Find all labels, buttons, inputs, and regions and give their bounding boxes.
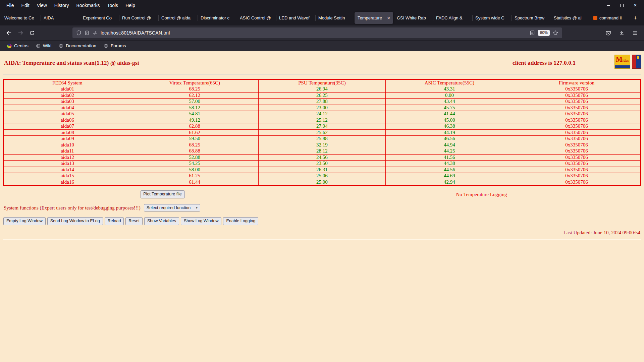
bookmark-item[interactable]: Documentation: [56, 42, 99, 49]
cell-virtex-temp: 57.00: [131, 99, 258, 105]
tab-label: LED and Wavef: [279, 15, 312, 20]
menu-item[interactable]: History: [51, 1, 73, 9]
url-bar[interactable]: localhost:8015/AIDA/TSCAN.tml 80%: [72, 27, 562, 38]
cell-asic-temp: 45.75: [386, 105, 513, 111]
action-button[interactable]: Enable Logging: [223, 217, 258, 225]
action-button[interactable]: Empty Log Window: [3, 217, 46, 225]
tab-label: Run Control @: [122, 15, 155, 20]
action-button[interactable]: Reload: [105, 217, 124, 225]
tab[interactable]: LED and Wavef: [276, 12, 315, 24]
tab-strip: Welcome to Ce AIDA Experiment Co Run Con…: [1, 10, 629, 25]
downloads-icon[interactable]: [616, 27, 627, 38]
maximize-button[interactable]: [619, 3, 625, 8]
menu-item[interactable]: Tools: [103, 1, 122, 9]
table-row: aida08 61.62 25.62 44.19 0x3350706: [4, 129, 641, 136]
action-button[interactable]: Send Log Window to ELog: [47, 217, 103, 225]
new-tab-button[interactable]: +: [630, 13, 641, 23]
cell-virtex-temp: 58.12: [131, 105, 258, 111]
tab[interactable]: Run Control @: [119, 12, 158, 24]
pocket-icon[interactable]: [602, 27, 614, 38]
tab[interactable]: command li: [590, 12, 629, 24]
gsi-logo-right: [636, 55, 641, 68]
cell-system: aida11: [4, 148, 131, 155]
bookmark-star-icon[interactable]: [553, 30, 558, 36]
cell-firmware: 0x3350706: [513, 105, 641, 111]
cell-system: aida14: [4, 167, 131, 173]
cell-system: aida07: [4, 123, 131, 130]
cell-firmware: 0x3350706: [513, 92, 641, 99]
cell-system: aida08: [4, 129, 131, 136]
tab[interactable]: Welcome to Ce: [1, 12, 40, 24]
cell-virtex-temp: 52.88: [131, 154, 258, 161]
tab[interactable]: Experiment Co: [80, 12, 118, 24]
cell-system: aida16: [4, 179, 131, 185]
top-rule: [3, 74, 641, 75]
minimize-button[interactable]: –: [606, 3, 611, 8]
menu-hamburger-icon[interactable]: [629, 27, 641, 38]
midas-logo-strip: [615, 65, 630, 68]
tab[interactable]: System wide C: [472, 12, 511, 24]
back-button[interactable]: [3, 27, 15, 38]
tab[interactable]: Statistics @ ai: [551, 12, 589, 24]
bookmark-item[interactable]: Centos: [4, 42, 32, 49]
action-button[interactable]: Show Variables: [144, 217, 179, 225]
tab[interactable]: ASIC Control @: [237, 12, 275, 24]
reload-button[interactable]: [26, 27, 38, 38]
cell-virtex-temp: 54.25: [131, 161, 258, 167]
navigation-toolbar: localhost:8015/AIDA/TSCAN.tml 80%: [0, 25, 644, 40]
globe-icon: [36, 44, 41, 48]
forward-button[interactable]: [15, 27, 26, 38]
cell-asic-temp: 44.94: [386, 142, 513, 148]
bookmark-item[interactable]: Wiki: [33, 42, 55, 49]
site-info-icon[interactable]: [85, 31, 89, 35]
tab[interactable]: Temperature ×: [355, 12, 393, 24]
tab[interactable]: Module Settin: [315, 12, 354, 24]
tab[interactable]: GSI White Rab: [394, 12, 432, 24]
menu-item[interactable]: Bookmarks: [72, 1, 103, 9]
tab-label: Welcome to Ce: [4, 15, 37, 20]
cell-system: aida02: [4, 92, 131, 99]
zoom-indicator[interactable]: 80%: [538, 30, 550, 36]
cell-firmware: 0x3350706: [513, 154, 641, 161]
cell-asic-temp: 44.25: [386, 148, 513, 155]
cell-virtex-temp: 68.88: [131, 148, 258, 155]
cell-asic-temp: 43.44: [386, 99, 513, 105]
tab[interactable]: FADC Align &: [433, 12, 472, 24]
menu-item[interactable]: File: [3, 1, 18, 9]
cell-asic-temp: 44.69: [386, 173, 513, 179]
header-asic-temperature: ASIC Temperature(55C): [386, 80, 513, 86]
function-select-value: Select required function: [147, 205, 191, 210]
midas-logo-text: Midas: [615, 55, 630, 63]
bookmark-item[interactable]: Forums: [101, 42, 129, 49]
cell-virtex-temp: 62.88: [131, 123, 258, 130]
cell-psu-temp: 26.31: [258, 167, 386, 173]
close-button[interactable]: ×: [633, 3, 638, 8]
shield-icon[interactable]: [76, 30, 82, 36]
cell-system: aida13: [4, 161, 131, 167]
bookmark-label: Forums: [111, 43, 126, 48]
last-updated: Last Updated: June 10, 2024 09:00:54: [3, 230, 641, 236]
function-select[interactable]: Select required function ▾: [144, 204, 200, 212]
cell-psu-temp: 25.06: [258, 173, 386, 179]
table-row: aida07 62.88 27.94 46.38 0x3350706: [4, 123, 641, 130]
tab[interactable]: Spectrum Brow: [512, 12, 550, 24]
tab-label: FADC Align &: [436, 15, 469, 20]
system-functions-row: System functions (Expert users only for …: [4, 204, 641, 212]
tab-close-icon[interactable]: ×: [387, 15, 390, 20]
cell-firmware: 0x3350706: [513, 179, 641, 185]
tab-label: ASIC Control @: [240, 15, 272, 20]
toolbar-right: [602, 27, 641, 38]
menu-item[interactable]: Edit: [18, 1, 33, 9]
menu-item[interactable]: Help: [122, 1, 139, 9]
action-button[interactable]: Show Log Window: [181, 217, 222, 225]
cell-virtex-temp: 61.62: [131, 129, 258, 136]
cell-firmware: 0x3350706: [513, 161, 641, 167]
tab[interactable]: Discriminator c: [198, 12, 236, 24]
cell-system: aida01: [4, 86, 131, 93]
menu-item[interactable]: View: [33, 1, 51, 9]
plot-temperature-button[interactable]: Plot Temperature file: [140, 190, 184, 198]
tab[interactable]: Control @ aida: [158, 12, 197, 24]
action-button[interactable]: Reset: [125, 217, 143, 225]
tab[interactable]: AIDA: [41, 12, 79, 24]
reader-mode-icon[interactable]: [530, 30, 535, 36]
